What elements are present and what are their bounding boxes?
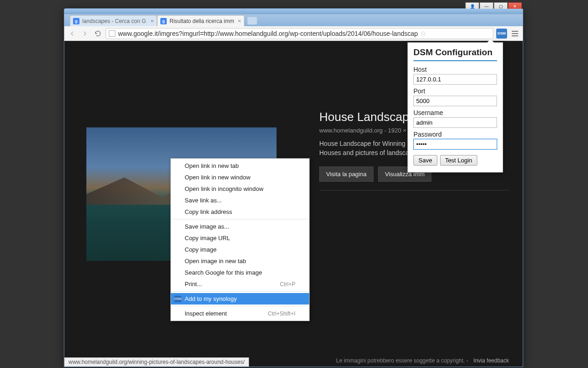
ctx-open-image-new-tab[interactable]: Open image in new tab [171, 255, 309, 267]
separator [171, 306, 309, 306]
dsm-config-popup: DSM Configuration Host Port Username Pas… [407, 42, 503, 172]
separator [171, 291, 309, 292]
reload-button[interactable] [93, 29, 103, 39]
port-input[interactable] [413, 96, 497, 106]
test-login-button[interactable]: Test Login [440, 155, 477, 166]
hamburger-menu-button[interactable] [510, 29, 520, 39]
address-bar[interactable]: www.google.it/imgres?imgurl=http://www.h… [106, 28, 493, 39]
ctx-inspect-label: Inspect element [185, 310, 227, 317]
password-input[interactable] [413, 139, 497, 150]
host-label: Host [413, 66, 497, 73]
ctx-save-image-as[interactable]: Save image as... [171, 221, 309, 232]
ctx-copy-image[interactable]: Copy image [171, 244, 309, 255]
password-label: Password [413, 131, 497, 138]
bookmark-star-icon[interactable]: ☆ [420, 29, 426, 38]
titlebar[interactable] [64, 9, 523, 14]
close-tab-icon[interactable]: × [150, 17, 154, 24]
ctx-print-label: Print... [185, 281, 202, 288]
ctx-print[interactable]: Print... Ctrl+P [171, 278, 309, 290]
feedback-link[interactable]: Invia feedback [474, 357, 509, 364]
ctx-print-shortcut: Ctrl+P [280, 281, 295, 288]
tabstrip: g landscapes - Cerca con G × g Risultato… [64, 14, 523, 26]
page-icon [109, 30, 115, 37]
separator [171, 219, 309, 219]
status-bar: www.homelandguild.org/winning-pictures-o… [64, 357, 249, 367]
save-button[interactable]: Save [413, 155, 437, 166]
ctx-open-link-new-window[interactable]: Open link in new window [171, 172, 309, 183]
host-input[interactable] [413, 74, 497, 85]
ctx-inspect-element[interactable]: Inspect element Ctrl+Shift+I [171, 308, 309, 319]
separator [319, 190, 509, 190]
ctx-synology-label: Add to my synology [185, 295, 237, 302]
dsm-extension-button[interactable]: DSM [496, 29, 507, 39]
port-label: Port [413, 87, 497, 95]
dsm-icon: DSM [174, 296, 181, 302]
ctx-search-google-image[interactable]: Search Google for this image [171, 267, 309, 278]
back-button[interactable] [67, 29, 77, 39]
tab-landscapes[interactable]: g landscapes - Cerca con G × [70, 15, 157, 26]
visit-page-button[interactable]: Visita la pagina [319, 167, 373, 182]
footer: Le immagini potrebbero essere soggette a… [336, 357, 509, 364]
tab-risultato[interactable]: g Risultato della ricerca imm × [157, 15, 244, 26]
ctx-copy-image-url[interactable]: Copy image URL [171, 232, 309, 244]
url-text: www.google.it/imgres?imgurl=http://www.h… [118, 30, 418, 37]
forward-button[interactable] [80, 29, 90, 39]
dsm-title: DSM Configuration [413, 47, 497, 58]
username-input[interactable] [413, 117, 497, 128]
google-favicon-icon: g [160, 18, 167, 24]
ctx-save-link-as[interactable]: Save link as... [171, 195, 309, 206]
ctx-open-link-incognito[interactable]: Open link in incognito window [171, 183, 309, 195]
ctx-open-link-new-tab[interactable]: Open link in new tab [171, 160, 309, 172]
username-label: Username [413, 109, 497, 116]
toolbar: www.google.it/imgres?imgurl=http://www.h… [64, 26, 523, 41]
tab-title: Risultato della ricerca imm [170, 18, 234, 24]
footer-copyright: Le immagini potrebbero essere soggette a… [336, 357, 469, 364]
ctx-inspect-shortcut: Ctrl+Shift+I [268, 310, 295, 317]
context-menu: Open link in new tab Open link in new wi… [170, 158, 310, 321]
ctx-copy-link-address[interactable]: Copy link address [171, 206, 309, 218]
close-tab-icon[interactable]: × [237, 17, 241, 24]
browser-window: 👤 — ▢ ✕ g landscapes - Cerca con G × g R… [64, 8, 523, 367]
new-tab-button[interactable] [247, 17, 257, 25]
ctx-add-to-synology[interactable]: DSM Add to my synology [171, 293, 309, 305]
tab-title: landscapes - Cerca con G [82, 18, 146, 24]
google-favicon-icon: g [73, 18, 79, 24]
dsm-separator [413, 60, 497, 61]
